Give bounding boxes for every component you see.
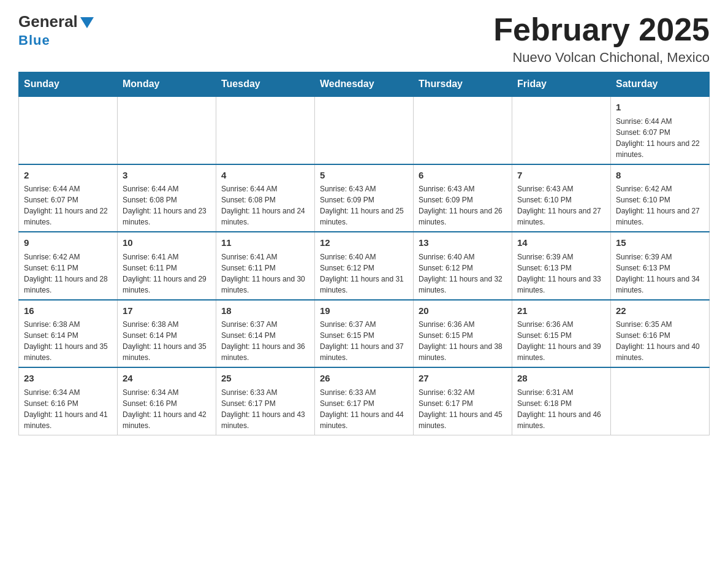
day-number: 23 (24, 372, 112, 386)
day-info: Sunrise: 6:40 AMSunset: 6:12 PMDaylight:… (320, 251, 408, 296)
day-info: Sunrise: 6:43 AMSunset: 6:09 PMDaylight:… (320, 183, 408, 228)
day-info: Sunrise: 6:38 AMSunset: 6:14 PMDaylight:… (123, 319, 211, 363)
calendar-cell: 4Sunrise: 6:44 AMSunset: 6:08 PMDaylight… (216, 164, 315, 232)
day-number: 8 (616, 169, 704, 183)
calendar-cell: 17Sunrise: 6:38 AMSunset: 6:14 PMDayligh… (118, 300, 216, 368)
day-info: Sunrise: 6:32 AMSunset: 6:17 PMDaylight:… (419, 387, 507, 431)
day-number: 14 (517, 236, 605, 250)
day-info: Sunrise: 6:44 AMSunset: 6:08 PMDaylight:… (221, 183, 309, 228)
calendar-cell: 28Sunrise: 6:31 AMSunset: 6:18 PMDayligh… (512, 367, 611, 435)
day-number: 21 (517, 304, 605, 318)
calendar-cell (19, 96, 118, 164)
day-number: 20 (419, 304, 507, 318)
weekday-header-saturday: Saturday (611, 72, 710, 97)
calendar-cell: 20Sunrise: 6:36 AMSunset: 6:15 PMDayligh… (414, 300, 512, 368)
day-number: 27 (419, 372, 507, 386)
calendar-cell: 16Sunrise: 6:38 AMSunset: 6:14 PMDayligh… (19, 300, 118, 368)
calendar-cell: 22Sunrise: 6:35 AMSunset: 6:16 PMDayligh… (611, 300, 710, 368)
calendar-cell (611, 367, 710, 435)
day-info: Sunrise: 6:44 AMSunset: 6:07 PMDaylight:… (24, 183, 112, 228)
day-number: 1 (616, 101, 704, 115)
calendar-cell: 2Sunrise: 6:44 AMSunset: 6:07 PMDaylight… (19, 164, 118, 232)
day-number: 6 (419, 169, 507, 183)
day-info: Sunrise: 6:34 AMSunset: 6:16 PMDaylight:… (123, 387, 211, 431)
calendar-cell: 12Sunrise: 6:40 AMSunset: 6:12 PMDayligh… (315, 232, 414, 300)
logo-blue-text: Blue (18, 33, 50, 48)
day-info: Sunrise: 6:37 AMSunset: 6:14 PMDaylight:… (221, 319, 309, 363)
day-info: Sunrise: 6:43 AMSunset: 6:10 PMDaylight:… (517, 183, 605, 228)
day-number: 3 (123, 169, 211, 183)
calendar-header: SundayMondayTuesdayWednesdayThursdayFrid… (19, 72, 710, 97)
day-info: Sunrise: 6:36 AMSunset: 6:15 PMDaylight:… (517, 319, 605, 363)
day-info: Sunrise: 6:36 AMSunset: 6:15 PMDaylight:… (419, 319, 507, 363)
page-title: February 2025 (493, 12, 710, 47)
calendar-cell: 11Sunrise: 6:41 AMSunset: 6:11 PMDayligh… (216, 232, 315, 300)
page-header: General Blue February 2025 Nuevo Volcan … (18, 12, 710, 66)
logo-triangle-icon (80, 17, 94, 28)
calendar-cell: 9Sunrise: 6:42 AMSunset: 6:11 PMDaylight… (19, 232, 118, 300)
weekday-header-row: SundayMondayTuesdayWednesdayThursdayFrid… (19, 72, 710, 97)
calendar-cell: 21Sunrise: 6:36 AMSunset: 6:15 PMDayligh… (512, 300, 611, 368)
day-info: Sunrise: 6:42 AMSunset: 6:11 PMDaylight:… (24, 251, 112, 296)
day-info: Sunrise: 6:38 AMSunset: 6:14 PMDaylight:… (24, 319, 112, 363)
calendar-cell: 5Sunrise: 6:43 AMSunset: 6:09 PMDaylight… (315, 164, 414, 232)
calendar-body: 1Sunrise: 6:44 AMSunset: 6:07 PMDaylight… (19, 96, 710, 435)
logo-general-text: General (18, 12, 78, 31)
day-number: 5 (320, 169, 408, 183)
calendar-cell: 15Sunrise: 6:39 AMSunset: 6:13 PMDayligh… (611, 232, 710, 300)
day-number: 9 (24, 236, 112, 250)
day-number: 18 (221, 304, 309, 318)
calendar-cell (216, 96, 315, 164)
day-number: 4 (221, 169, 309, 183)
calendar-cell (315, 96, 414, 164)
day-number: 24 (123, 372, 211, 386)
day-info: Sunrise: 6:44 AMSunset: 6:07 PMDaylight:… (616, 116, 704, 160)
day-number: 19 (320, 304, 408, 318)
day-number: 17 (123, 304, 211, 318)
day-info: Sunrise: 6:35 AMSunset: 6:16 PMDaylight:… (616, 319, 704, 363)
calendar-week-row: 23Sunrise: 6:34 AMSunset: 6:16 PMDayligh… (19, 367, 710, 435)
calendar-cell: 8Sunrise: 6:42 AMSunset: 6:10 PMDaylight… (611, 164, 710, 232)
weekday-header-thursday: Thursday (414, 72, 512, 97)
day-info: Sunrise: 6:31 AMSunset: 6:18 PMDaylight:… (517, 387, 605, 431)
day-info: Sunrise: 6:34 AMSunset: 6:16 PMDaylight:… (24, 387, 112, 431)
day-number: 11 (221, 236, 309, 250)
day-info: Sunrise: 6:33 AMSunset: 6:17 PMDaylight:… (320, 387, 408, 431)
calendar-week-row: 2Sunrise: 6:44 AMSunset: 6:07 PMDaylight… (19, 164, 710, 232)
day-number: 13 (419, 236, 507, 250)
day-info: Sunrise: 6:39 AMSunset: 6:13 PMDaylight:… (517, 251, 605, 296)
day-number: 12 (320, 236, 408, 250)
weekday-header-wednesday: Wednesday (315, 72, 414, 97)
day-info: Sunrise: 6:33 AMSunset: 6:17 PMDaylight:… (221, 387, 309, 431)
calendar-week-row: 16Sunrise: 6:38 AMSunset: 6:14 PMDayligh… (19, 300, 710, 368)
day-info: Sunrise: 6:39 AMSunset: 6:13 PMDaylight:… (616, 251, 704, 296)
day-info: Sunrise: 6:41 AMSunset: 6:11 PMDaylight:… (221, 251, 309, 296)
calendar-cell: 13Sunrise: 6:40 AMSunset: 6:12 PMDayligh… (414, 232, 512, 300)
calendar-cell: 26Sunrise: 6:33 AMSunset: 6:17 PMDayligh… (315, 367, 414, 435)
day-number: 7 (517, 169, 605, 183)
calendar-cell: 3Sunrise: 6:44 AMSunset: 6:08 PMDaylight… (118, 164, 216, 232)
calendar-cell: 10Sunrise: 6:41 AMSunset: 6:11 PMDayligh… (118, 232, 216, 300)
calendar-week-row: 9Sunrise: 6:42 AMSunset: 6:11 PMDaylight… (19, 232, 710, 300)
calendar-cell: 14Sunrise: 6:39 AMSunset: 6:13 PMDayligh… (512, 232, 611, 300)
day-number: 22 (616, 304, 704, 318)
calendar-cell: 23Sunrise: 6:34 AMSunset: 6:16 PMDayligh… (19, 367, 118, 435)
day-number: 15 (616, 236, 704, 250)
calendar-cell: 24Sunrise: 6:34 AMSunset: 6:16 PMDayligh… (118, 367, 216, 435)
day-info: Sunrise: 6:41 AMSunset: 6:11 PMDaylight:… (123, 251, 211, 296)
day-info: Sunrise: 6:42 AMSunset: 6:10 PMDaylight:… (616, 183, 704, 228)
title-block: February 2025 Nuevo Volcan Chichonal, Me… (493, 12, 710, 66)
calendar-cell: 7Sunrise: 6:43 AMSunset: 6:10 PMDaylight… (512, 164, 611, 232)
day-info: Sunrise: 6:44 AMSunset: 6:08 PMDaylight:… (123, 183, 211, 228)
logo: General Blue (18, 12, 94, 48)
day-info: Sunrise: 6:43 AMSunset: 6:09 PMDaylight:… (419, 183, 507, 228)
day-number: 16 (24, 304, 112, 318)
day-number: 2 (24, 169, 112, 183)
calendar-cell (414, 96, 512, 164)
calendar-week-row: 1Sunrise: 6:44 AMSunset: 6:07 PMDaylight… (19, 96, 710, 164)
calendar-cell: 25Sunrise: 6:33 AMSunset: 6:17 PMDayligh… (216, 367, 315, 435)
calendar-cell: 1Sunrise: 6:44 AMSunset: 6:07 PMDaylight… (611, 96, 710, 164)
weekday-header-friday: Friday (512, 72, 611, 97)
day-number: 25 (221, 372, 309, 386)
calendar-cell: 27Sunrise: 6:32 AMSunset: 6:17 PMDayligh… (414, 367, 512, 435)
